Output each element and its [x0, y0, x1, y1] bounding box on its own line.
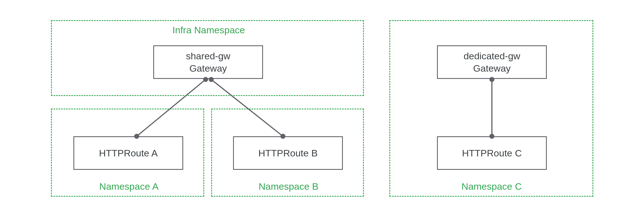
httproute-c-label: HTTPRoute C: [462, 147, 522, 159]
httproute-b-box: HTTPRoute B: [233, 136, 343, 170]
infra-namespace-label: Infra Namespace: [167, 25, 251, 36]
httproute-b-label: HTTPRoute B: [258, 147, 318, 159]
shared-gw-line2: Gateway: [189, 62, 227, 74]
shared-gw-gateway-box: shared-gw Gateway: [153, 45, 263, 79]
dedicated-gw-line1: dedicated-gw: [464, 50, 520, 62]
namespace-b-label: Namespace B: [254, 181, 324, 192]
shared-gw-line1: shared-gw: [186, 50, 231, 62]
httproute-c-box: HTTPRoute C: [437, 136, 547, 170]
httproute-a-label: HTTPRoute A: [99, 147, 158, 159]
namespace-a-label: Namespace A: [94, 181, 164, 192]
namespace-c-label: Namespace C: [457, 181, 527, 192]
httproute-a-box: HTTPRoute A: [73, 136, 183, 170]
dedicated-gw-gateway-box: dedicated-gw Gateway: [437, 45, 547, 79]
dedicated-gw-line2: Gateway: [473, 62, 511, 74]
